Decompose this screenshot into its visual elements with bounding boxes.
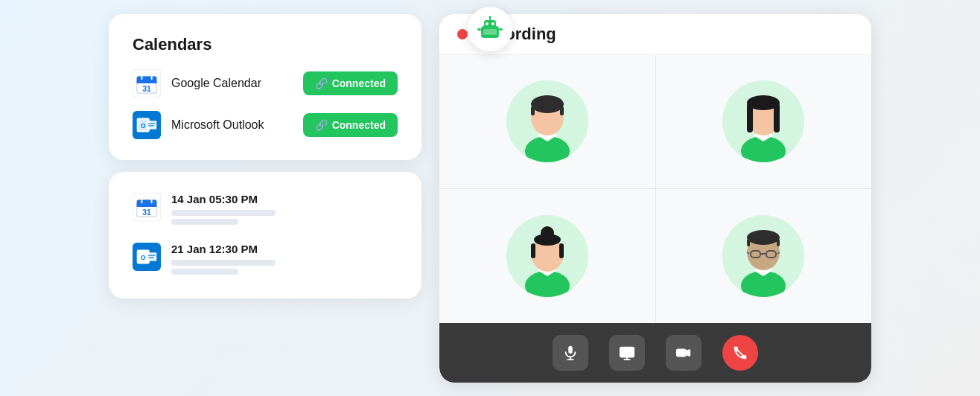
event-time-1: 14 Jan 05:30 PM bbox=[171, 193, 398, 205]
event-details-2: 21 Jan 12:30 PM bbox=[171, 243, 398, 278]
svg-point-31 bbox=[486, 22, 489, 25]
svg-rect-33 bbox=[483, 29, 497, 34]
google-connected-badge[interactable]: 🔗 Connected bbox=[303, 71, 398, 95]
svg-rect-42 bbox=[531, 106, 535, 115]
svg-point-56 bbox=[541, 226, 554, 240]
svg-rect-24 bbox=[147, 252, 156, 261]
svg-point-63 bbox=[747, 230, 780, 245]
video-cell-4 bbox=[656, 189, 872, 323]
avatar-1 bbox=[506, 80, 588, 162]
screen-share-button[interactable] bbox=[609, 335, 645, 371]
google-calendar-item: 31 Google Calendar 🔗 Connected bbox=[133, 69, 398, 98]
svg-point-41 bbox=[531, 95, 564, 113]
events-card: 31 14 Jan 05:30 PM O bbox=[109, 172, 421, 298]
avatar-3 bbox=[506, 215, 588, 297]
svg-point-50 bbox=[747, 95, 780, 110]
event-outlook-icon: O bbox=[133, 243, 161, 271]
event-bar-2b bbox=[171, 269, 238, 275]
badge-link-icon-outlook: 🔗 bbox=[315, 119, 328, 131]
end-call-button[interactable] bbox=[722, 335, 758, 371]
cal-left-google: 31 Google Calendar bbox=[133, 69, 261, 98]
event-time-2: 21 Jan 12:30 PM bbox=[171, 243, 398, 255]
svg-rect-64 bbox=[747, 239, 750, 246]
video-container: Recording bbox=[439, 14, 871, 383]
left-panel: Calendars 31 bbox=[109, 14, 421, 298]
robot-svg bbox=[477, 16, 503, 42]
svg-text:31: 31 bbox=[142, 85, 151, 93]
avatar-4 bbox=[722, 215, 804, 297]
video-cell-1 bbox=[439, 55, 655, 189]
google-calendar-name: Google Calendar bbox=[171, 77, 261, 90]
event-bar-1a bbox=[171, 210, 276, 216]
google-status: Connected bbox=[332, 77, 386, 89]
camera-icon bbox=[675, 345, 692, 361]
avatar-2 bbox=[722, 80, 804, 162]
outlook-connected-badge[interactable]: 🔗 Connected bbox=[303, 113, 398, 137]
svg-rect-77 bbox=[677, 349, 686, 356]
recording-dot bbox=[457, 29, 468, 39]
svg-rect-57 bbox=[531, 243, 535, 258]
svg-text:O: O bbox=[141, 253, 146, 261]
svg-rect-43 bbox=[560, 106, 564, 115]
robot-icon-wrap bbox=[468, 7, 512, 51]
svg-rect-11 bbox=[147, 121, 156, 129]
outlook-calendar-name: Microsoft Outlook bbox=[171, 118, 264, 132]
event-details-1: 14 Jan 05:30 PM bbox=[171, 193, 398, 228]
cal-left-outlook: O Microsoft Outlook bbox=[133, 111, 264, 139]
event-bar-1b bbox=[171, 219, 238, 225]
mic-button[interactable] bbox=[553, 335, 588, 371]
video-cell-3 bbox=[439, 189, 655, 323]
svg-text:O: O bbox=[141, 121, 146, 129]
controls-bar bbox=[439, 323, 871, 383]
video-grid bbox=[439, 55, 871, 323]
end-call-icon bbox=[732, 345, 748, 361]
main-container: Calendars 31 bbox=[109, 14, 871, 383]
svg-text:31: 31 bbox=[142, 208, 151, 217]
video-cell-2 bbox=[656, 55, 872, 189]
right-panel: Recording bbox=[439, 14, 871, 383]
svg-rect-34 bbox=[477, 28, 481, 31]
camera-button[interactable] bbox=[666, 335, 701, 371]
calendars-card: Calendars 31 bbox=[109, 14, 421, 160]
svg-rect-74 bbox=[620, 347, 634, 357]
outlook-calendar-item: O Microsoft Outlook 🔗 Connected bbox=[133, 111, 398, 139]
outlook-calendar-icon: O bbox=[133, 111, 161, 139]
badge-link-icon-google: 🔗 bbox=[315, 77, 328, 89]
event-google-icon: 31 bbox=[133, 193, 161, 221]
screen-icon bbox=[619, 345, 635, 361]
svg-rect-17 bbox=[137, 204, 157, 207]
event-bar-2a bbox=[171, 260, 276, 266]
svg-point-32 bbox=[491, 22, 494, 25]
calendars-title: Calendars bbox=[133, 35, 398, 54]
event-item-1: 31 14 Jan 05:30 PM bbox=[133, 193, 398, 228]
svg-rect-35 bbox=[499, 28, 503, 31]
svg-rect-58 bbox=[559, 243, 564, 258]
svg-rect-65 bbox=[777, 239, 780, 246]
mic-icon bbox=[562, 345, 579, 361]
event-item-2: O 21 Jan 12:30 PM bbox=[133, 243, 398, 278]
svg-rect-71 bbox=[568, 345, 573, 353]
svg-rect-3 bbox=[137, 80, 157, 83]
robot-icon-circle bbox=[468, 7, 512, 51]
google-calendar-icon: 31 bbox=[133, 69, 161, 98]
svg-point-30 bbox=[489, 16, 491, 18]
outlook-status: Connected bbox=[332, 119, 386, 131]
